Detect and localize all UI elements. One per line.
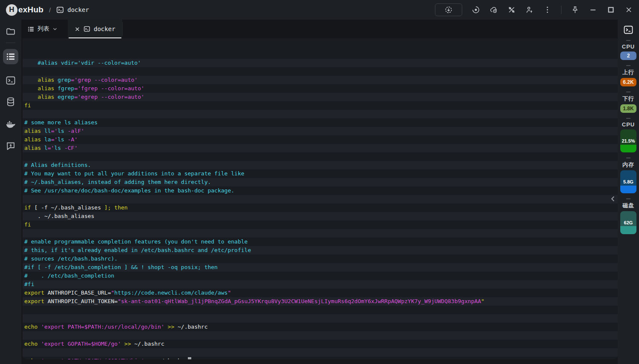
tab-docker[interactable]: docker (68, 20, 122, 38)
terminal-line: #alias vdir='vdir --color=auto' (23, 59, 618, 67)
terminal-line: echo 'export PATH=$PATH:$GOPATH/bin' >> … (23, 357, 618, 359)
left-sidebar (0, 20, 21, 364)
monitor-separator (626, 158, 630, 158)
list-icon (27, 26, 35, 33)
terminal-line: # Alias definitions. (23, 161, 618, 169)
terminal-line (23, 110, 618, 118)
terminal-line: # ~/.bash_aliases, instead of adding the… (23, 178, 618, 186)
broadcast-icon[interactable] (472, 6, 480, 14)
terminal-line (23, 306, 618, 314)
terminal-line: # See /usr/share/doc/bash-doc/examples i… (23, 186, 618, 195)
hexhub-logo-icon: H (6, 4, 17, 16)
collapse-monitor-panel-button[interactable] (609, 194, 617, 204)
terminal-line: # some more ls aliases (23, 118, 618, 127)
terminal-line: #if [ -f /etc/bash_completion ] && ! sho… (23, 263, 618, 272)
terminal-line: alias l='ls -CF' (23, 144, 618, 152)
update-check-button[interactable] (435, 3, 462, 16)
monitor-label: 下行 (622, 95, 634, 103)
features-disabled-icon[interactable] (507, 6, 516, 14)
terminal-line: if [ -f ~/.bash_aliases ]; then (23, 203, 618, 212)
terminal-icon[interactable] (6, 75, 16, 86)
list-icon (6, 52, 16, 62)
monitor-separator (626, 92, 630, 92)
sidebar-divider (6, 43, 15, 43)
docker-icon[interactable] (6, 119, 16, 129)
monitor-value-disk: 62G (620, 211, 636, 234)
monitor-cpu-usage: CPU21.5% (620, 118, 636, 152)
terminal-line: # this, if it's already enabled in /etc/… (23, 246, 618, 255)
monitor-value-upload: 6.2K (620, 78, 636, 86)
terminal-line: # enable programmable completion feature… (23, 238, 618, 246)
terminal-tab-icon (83, 26, 90, 32)
terminal-monitor-icon[interactable] (623, 25, 633, 35)
breadcrumb-session-title: docker (67, 6, 89, 13)
folder-icon[interactable] (6, 26, 16, 37)
terminal-line: # You may want to put all your additions… (23, 169, 618, 178)
terminal-line (23, 331, 618, 340)
chat-icon[interactable] (6, 141, 16, 151)
invite-user-icon[interactable] (525, 6, 534, 14)
monitor-label: 上行 (622, 69, 634, 76)
gauge-value: 5.8G (620, 170, 636, 193)
terminal-line: fi (23, 101, 618, 110)
titlebar-actions (435, 3, 633, 16)
titlebar-divider (561, 6, 561, 14)
terminal-line: . ~/.bash_aliases (23, 212, 618, 221)
monitor-memory: 内存5.8G (620, 158, 636, 193)
monitor-upload: 上行6.2K (620, 65, 636, 86)
terminal-line: export ANTHROPIC_AUTH_TOKEN="sk-ant-oat0… (23, 297, 618, 306)
monitor-label: 磁盘 (622, 202, 634, 209)
terminal-line (23, 348, 618, 357)
terminal-line: alias egrep='egrep --color=auto' (23, 93, 618, 101)
terminal-panel[interactable]: #alias vdir='vdir --color=auto' alias gr… (23, 38, 618, 359)
terminal-line: fi (23, 221, 618, 229)
pin-window-icon[interactable] (571, 6, 579, 14)
title-bar: H exHub / docker (0, 0, 639, 20)
terminal-line: alias grep='grep --color=auto' (23, 76, 618, 84)
terminal-line: alias fgrep='fgrep --color=auto' (23, 84, 618, 93)
main-area: 列表 docker #alias vdir='vdir --color=auto… (21, 20, 618, 364)
terminal-line: alias ll='ls -alF' (23, 127, 618, 135)
terminal-line: alias la='ls -A' (23, 135, 618, 144)
terminal-lines: #alias vdir='vdir --color=auto' alias gr… (23, 38, 618, 359)
app-brand: H exHub (6, 4, 43, 16)
terminal-line (23, 314, 618, 323)
monitor-sidebar: CPU2上行6.2K下行1.8KCPU21.5%内存5.8G磁盘62G (618, 20, 639, 364)
update-icon (444, 6, 453, 14)
terminal-line: #fi (23, 280, 618, 289)
tab-separator (122, 22, 123, 36)
terminal-line: echo 'export PATH=$PATH:/usr/local/go/bi… (23, 323, 618, 331)
maximize-window-icon[interactable] (607, 6, 615, 14)
breadcrumb-separator: / (49, 6, 51, 14)
terminal-line (23, 195, 618, 203)
session-list-dropdown[interactable]: 列表 (21, 20, 63, 38)
gauge-value: 21.5% (620, 129, 636, 152)
monitor-value-cpu-cores: 2 (620, 52, 636, 60)
chevron-down-icon (52, 26, 58, 32)
terminal-session-icon (56, 6, 64, 14)
close-window-icon[interactable] (625, 6, 633, 14)
terminal-line: export ANTHROPIC_BASE_URL="https://code.… (23, 289, 618, 297)
tab-bar: 列表 docker (21, 20, 618, 38)
sidebar-item-session-list[interactable] (3, 49, 18, 64)
close-tab-icon[interactable] (75, 26, 80, 32)
cloud-sync-icon[interactable] (489, 6, 498, 14)
terminal-line: # sources /etc/bash.bashrc). (23, 255, 618, 263)
monitor-value-cpu-usage: 21.5% (620, 129, 636, 152)
terminal-cursor (188, 357, 191, 359)
minimize-window-icon[interactable] (589, 6, 597, 14)
more-menu-icon[interactable] (543, 6, 552, 14)
monitor-separator (626, 65, 630, 66)
monitor-cpu-cores: CPU2 (620, 40, 636, 60)
monitor-label: 内存 (622, 161, 634, 169)
database-icon[interactable] (6, 97, 16, 107)
monitor-disk: 磁盘62G (620, 198, 636, 234)
app-title: exHub (18, 5, 43, 14)
terminal-line (23, 152, 618, 161)
tab-title: docker (94, 26, 115, 32)
monitor-label: CPU (622, 121, 635, 128)
terminal-line: echo 'export GOPATH=$HOME/go' >> ~/.bash… (23, 340, 618, 348)
terminal-line: # . /etc/bash_completion (23, 272, 618, 280)
monitor-separator (626, 40, 630, 41)
list-dropdown-label: 列表 (37, 25, 49, 33)
